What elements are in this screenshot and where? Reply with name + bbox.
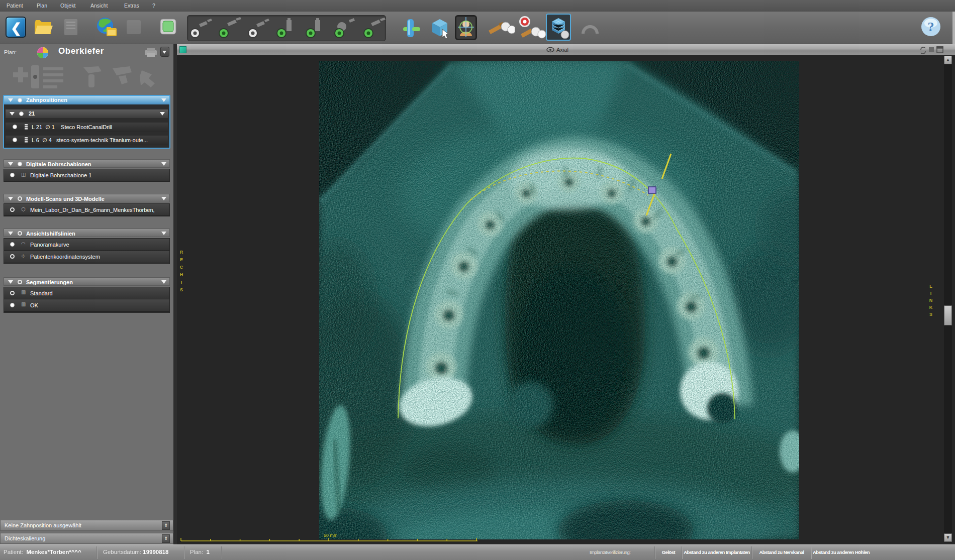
svg-text:?: ? [928,20,934,34]
svg-text:50 mm: 50 mm [324,533,338,538]
svg-text:Axial: Axial [556,47,568,53]
